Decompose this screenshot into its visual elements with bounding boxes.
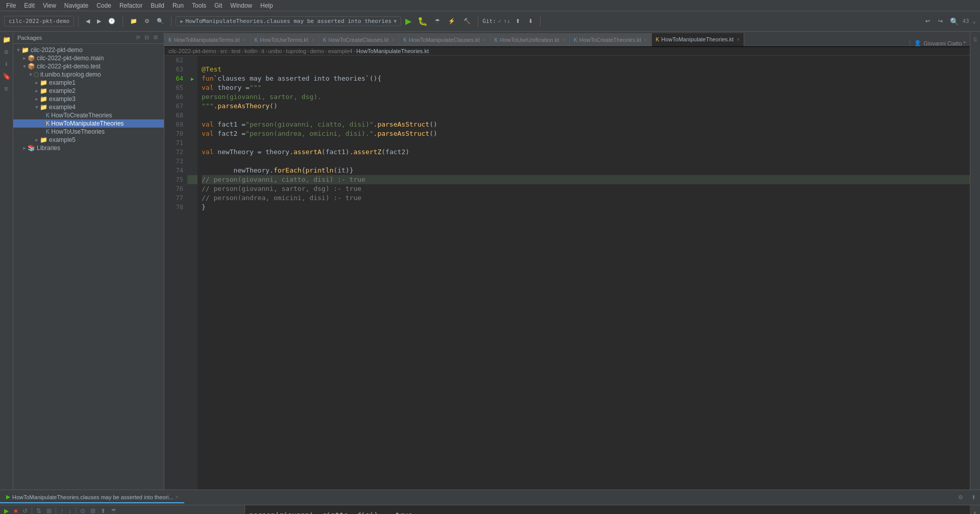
search-everywhere-btn[interactable]: 🔍: [154, 16, 167, 26]
settings-run-btn[interactable]: ⚙: [954, 492, 967, 503]
menu-run[interactable]: Run: [168, 1, 188, 10]
code-editor[interactable]: 62 63 64 65 66 67 68 69 70 71 72 73 74 7…: [164, 56, 970, 489]
undo-btn[interactable]: ↩: [922, 16, 933, 26]
menu-refactor[interactable]: Refactor: [115, 1, 146, 10]
tab-create-theories[interactable]: K HowToCreateTheories.kt ×: [570, 33, 652, 46]
open-coverage-btn[interactable]: ☂: [109, 506, 118, 514]
forward-btn[interactable]: ▶: [94, 16, 104, 26]
tab-use-unification[interactable]: K HowToUseUnification.kt ×: [491, 33, 570, 46]
bc-it[interactable]: it: [261, 48, 264, 54]
pull-requests-icon[interactable]: ⬇: [1, 58, 12, 69]
bc-root[interactable]: cilc-2022-pkt-demo: [168, 48, 216, 54]
menu-edit[interactable]: Edit: [20, 1, 39, 10]
tree-item-main[interactable]: ▶ 📦 cilc-2022-pkt-demo.main: [13, 54, 164, 62]
line-gutter: ▶: [187, 56, 198, 489]
bc-file[interactable]: HowToManipulateTheories.kt: [356, 48, 429, 54]
bc-unibo[interactable]: unibo: [268, 48, 282, 54]
filter-btn[interactable]: ⊙: [78, 506, 87, 514]
rerun-btn[interactable]: ▶: [2, 506, 11, 514]
code-content[interactable]: @Test fun `clauses may be asserted into …: [198, 56, 970, 489]
build-button[interactable]: 🔨: [460, 16, 474, 26]
bc-src[interactable]: src: [220, 48, 228, 54]
panel-actions: ⟳ ⊟ ⚙: [134, 34, 160, 41]
output-scroll-up[interactable]: ⬆: [969, 507, 980, 514]
run-tab[interactable]: ▶ HowToManipulateTheories.clauses may be…: [0, 492, 184, 503]
run-tab-close[interactable]: ×: [176, 494, 179, 500]
profile-button[interactable]: ⚡: [445, 16, 458, 26]
bc-kotlin[interactable]: kotlin: [244, 48, 258, 54]
gradle-icon[interactable]: G: [970, 34, 981, 45]
tree-item-root[interactable]: ▼ 📁 cilc-2022-pkt-demo: [13, 46, 164, 54]
run-config-selector[interactable]: ▶ HowToManipulateTheories.clauses may be…: [176, 16, 401, 26]
menu-window[interactable]: Window: [226, 1, 256, 10]
close-tab-create-theories[interactable]: ×: [644, 37, 647, 43]
commit-icon[interactable]: ⚙: [1, 46, 12, 57]
close-tab-use-unification[interactable]: ×: [562, 37, 565, 43]
tree-item-test[interactable]: ▼ 📦 cilc-2022-pkt-demo.test: [13, 62, 164, 70]
tree-item-use-theories[interactable]: K HowToUseTheories: [13, 128, 164, 136]
tree-item-ex2[interactable]: ▶ 📁 example2: [13, 87, 164, 95]
menu-tools[interactable]: Tools: [188, 1, 210, 10]
debug-button[interactable]: 🐛: [415, 15, 430, 27]
menu-navigate[interactable]: Navigate: [60, 1, 92, 10]
close-tab-manipulate-terms[interactable]: ×: [243, 37, 246, 43]
close-tab-manipulate-clauses[interactable]: ×: [483, 37, 486, 43]
bc-demo[interactable]: demo: [310, 48, 325, 54]
run-left-panel: ▶ ■ ↺ ⇅ ⊞ ↑ ↓ ⊙ ⊞ ⬆ ☂ ✓ Tests passed: 1 …: [0, 505, 245, 514]
tab-manipulate-theories[interactable]: K HowToManipulateTheories.kt ×: [652, 33, 744, 46]
tab-manipulate-terms[interactable]: K HowToManipulateTerms.kt ×: [164, 33, 251, 46]
project-icon[interactable]: 📁: [1, 34, 12, 45]
close-tab-use-terms[interactable]: ×: [311, 37, 314, 43]
bc-test[interactable]: test: [232, 48, 241, 54]
next-fail-btn[interactable]: ↓: [66, 506, 74, 514]
tree-item-ex4[interactable]: ▼ 📁 example4: [13, 103, 164, 111]
export-btn[interactable]: ⬆: [99, 506, 108, 514]
menu-git[interactable]: Git: [210, 1, 226, 10]
bc-ex4[interactable]: example4: [328, 48, 353, 54]
git-push-btn[interactable]: ⬆: [512, 16, 523, 26]
sort-btn[interactable]: ⇅: [34, 506, 43, 514]
close-tab-manipulate-theories[interactable]: ×: [737, 37, 740, 42]
project-selector[interactable]: cilc-2022-pkt-demo: [4, 16, 74, 27]
tab-manipulate-clauses[interactable]: K HowToManipulateClauses.kt ×: [399, 33, 490, 46]
run-button[interactable]: ▶: [403, 15, 413, 27]
settings-btn[interactable]: ⚙: [141, 16, 153, 26]
bookmarks-icon[interactable]: 🔖: [1, 70, 12, 82]
tree-item-ex5[interactable]: ▶ 📁 example5: [13, 136, 164, 144]
menu-file[interactable]: File: [2, 1, 20, 10]
menu-bar: File Edit View Navigate Code Refactor Bu…: [0, 0, 980, 11]
menu-build[interactable]: Build: [146, 1, 168, 10]
rerun-failed-btn[interactable]: ↺: [20, 506, 30, 514]
redo-btn[interactable]: ↪: [935, 16, 946, 26]
tab-use-terms[interactable]: K HowToUseTerms.kt ×: [251, 33, 319, 46]
tree-item-ex1[interactable]: ▶ 📁 example1: [13, 79, 164, 87]
global-search-btn[interactable]: 🔍: [948, 16, 961, 27]
sync-btn[interactable]: ⟳: [134, 34, 142, 41]
tree-item-ex3[interactable]: ▶ 📁 example3: [13, 95, 164, 103]
bottom-panel-tabs: ▶ HowToManipulateTheories.clauses may be…: [0, 490, 980, 505]
coverage-button[interactable]: ☂: [432, 16, 443, 26]
settings-panel-btn[interactable]: ⚙: [152, 34, 160, 41]
collapse-all-btn[interactable]: ⊟: [143, 34, 151, 41]
menu-code[interactable]: Code: [92, 1, 115, 10]
bc-tuprolog[interactable]: tuprolog: [286, 48, 306, 54]
git-pull-btn[interactable]: ⬇: [525, 16, 536, 26]
project-structure-btn[interactable]: 📁: [127, 16, 140, 26]
tree-item-manipulate-theories[interactable]: K HowToManipulateTheories: [13, 119, 164, 128]
back-btn[interactable]: ◀: [83, 16, 93, 26]
menu-help[interactable]: Help: [256, 1, 277, 10]
run-output[interactable]: person(giovanni, ciatto, disi) :- true p…: [245, 505, 970, 514]
maximize-run-btn[interactable]: ⬆: [967, 492, 980, 503]
tree-item-libraries[interactable]: ▶ 📚 Libraries: [13, 144, 164, 152]
tree-item-create-theories[interactable]: K HowToCreateTheories: [13, 111, 164, 119]
tab-create-clauses[interactable]: K HowToCreateClauses.kt ×: [319, 33, 400, 46]
menu-view[interactable]: View: [39, 1, 60, 10]
close-tab-create-clauses[interactable]: ×: [391, 37, 395, 43]
group-btn[interactable]: ⊞: [44, 506, 54, 514]
structure-icon[interactable]: ≡: [1, 83, 12, 94]
stop-btn[interactable]: ■: [12, 506, 19, 514]
expand-all-btn[interactable]: ⊞: [88, 506, 97, 514]
prev-fail-btn[interactable]: ↑: [58, 506, 65, 514]
tree-item-pkg[interactable]: ▼ ⬡ it.unibo.tuprolog.demo: [13, 70, 164, 79]
recent-files-btn[interactable]: 🕐: [105, 16, 118, 26]
